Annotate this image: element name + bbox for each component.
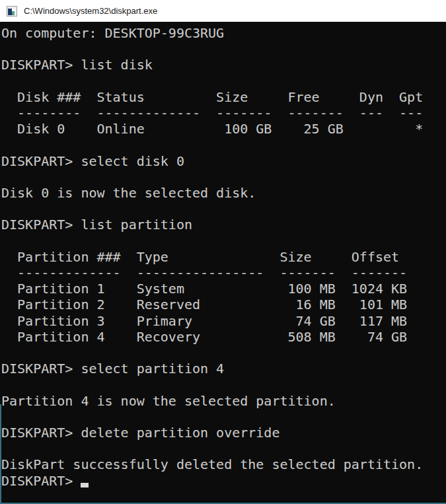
diskpart-console-window: C:\Windows\system32\diskpart.exe On comp… [0, 0, 446, 504]
window-accent-border-left [0, 404, 1, 504]
text-cursor [81, 483, 89, 487]
titlebar[interactable]: C:\Windows\system32\diskpart.exe [0, 0, 446, 22]
prompt-text: DISKPART> [1, 473, 73, 489]
console-text: On computer: DESKTOP-99C3RUG DISKPART> l… [1, 25, 446, 473]
console-output-area[interactable]: On computer: DESKTOP-99C3RUG DISKPART> l… [0, 22, 446, 504]
console-app-icon [7, 6, 17, 17]
window-title: C:\Windows\system32\diskpart.exe [24, 6, 157, 16]
prompt-line: DISKPART> [1, 473, 446, 489]
